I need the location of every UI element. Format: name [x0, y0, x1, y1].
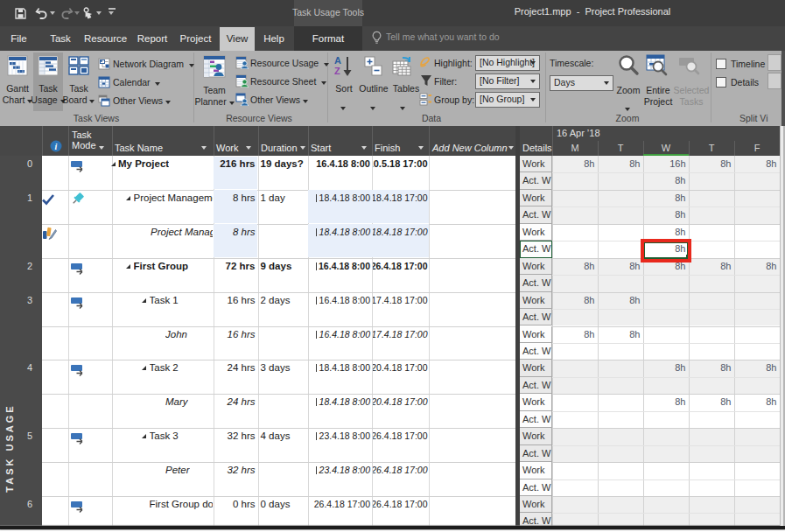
- svg-text:Z: Z: [334, 66, 340, 76]
- svg-text:A: A: [334, 55, 341, 66]
- svg-text:i: i: [55, 142, 58, 151]
